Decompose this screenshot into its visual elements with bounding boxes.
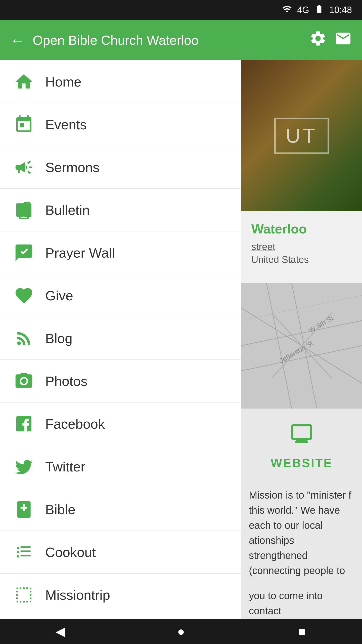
church-name: Waterloo: [251, 221, 352, 236]
home-label: Home: [45, 74, 81, 90]
sidebar-item-home[interactable]: Home: [0, 60, 241, 103]
sermons-label: Sermons: [45, 159, 100, 175]
missiontrip-label: Missiontrip: [45, 587, 110, 603]
sidebar-item-events[interactable]: Events: [0, 103, 241, 146]
home-icon: [13, 70, 35, 93]
country: United States: [251, 254, 352, 265]
sidebar-item-sermons[interactable]: Sermons: [0, 146, 241, 189]
nav-home-button[interactable]: ●: [171, 621, 191, 641]
prayer-wall-label: Prayer Wall: [45, 245, 115, 261]
logo-text: UT: [286, 125, 318, 147]
app-header: ← Open Bible Church Waterloo: [0, 20, 362, 60]
twitter-icon: [13, 455, 35, 478]
back-button[interactable]: ←: [10, 32, 25, 49]
svg-point-2: [17, 547, 19, 549]
status-bar: 4G 10:48: [0, 0, 362, 20]
battery-icon: [314, 4, 324, 16]
signal-icon: [282, 4, 292, 16]
monitor-icon: [289, 421, 314, 451]
sidebar-item-photos[interactable]: Photos: [0, 360, 241, 403]
logo-box: UT: [274, 118, 329, 154]
hero-image: UT: [241, 60, 362, 211]
book-open-icon: [13, 199, 35, 221]
sidebar-item-bulletin[interactable]: Bulletin: [0, 189, 241, 231]
rss-icon: [13, 327, 35, 350]
photos-label: Photos: [45, 373, 87, 389]
blog-label: Blog: [45, 331, 72, 346]
facebook-icon: [13, 413, 35, 435]
church-description-2: you to come into contact: [241, 583, 362, 619]
svg-line-8: [266, 283, 292, 409]
sidebar-item-blog[interactable]: Blog: [0, 317, 241, 360]
sidebar-item-cookout[interactable]: Cookout: [0, 531, 241, 574]
nav-back-button[interactable]: ◀: [50, 621, 70, 641]
list-bullet-icon: [13, 541, 35, 564]
content-area: UT Waterloo street United States: [241, 60, 362, 619]
church-info: Waterloo street United States: [241, 211, 362, 283]
svg-line-9: [241, 295, 362, 320]
cookout-label: Cookout: [45, 544, 96, 560]
nav-recent-button[interactable]: ■: [292, 621, 312, 641]
events-label: Events: [45, 117, 87, 132]
bible-label: Bible: [45, 502, 75, 517]
bible-icon: [13, 498, 35, 521]
mail-button[interactable]: [334, 30, 352, 51]
sidebar-item-bible[interactable]: Bible: [0, 488, 241, 531]
give-label: Give: [45, 288, 73, 303]
sidebar-item-facebook[interactable]: Facebook: [0, 403, 241, 445]
prayer-icon: [13, 242, 35, 264]
facebook-label: Facebook: [45, 416, 105, 432]
megaphone-icon: [13, 156, 35, 179]
church-description: Mission is to "minister f this world." W…: [241, 482, 362, 583]
sidebar-item-missiontrip[interactable]: Missiontrip: [0, 574, 241, 616]
calendar-icon: [13, 113, 35, 136]
svg-point-4: [17, 555, 19, 557]
svg-point-3: [17, 551, 19, 553]
camera-icon: [13, 370, 35, 392]
time-display: 10:48: [329, 5, 352, 15]
sidebar-drawer: Home Events Sermons Bulletin: [0, 60, 241, 619]
sidebar-item-give[interactable]: Give: [0, 274, 241, 317]
website-label[interactable]: WEBSITE: [271, 456, 333, 470]
sidebar-item-twitter[interactable]: Twitter: [0, 445, 241, 488]
heart-icon: [13, 284, 35, 307]
bottom-nav-bar: ◀ ● ■: [0, 619, 362, 644]
website-section: WEBSITE: [241, 409, 362, 482]
bulletin-label: Bulletin: [45, 202, 90, 218]
map-area: W 8th St Jefferson St: [241, 283, 362, 409]
svg-rect-0: [16, 203, 24, 217]
list-lines-icon: [13, 584, 35, 606]
sidebar-item-prayer-wall[interactable]: Prayer Wall: [0, 231, 241, 274]
svg-rect-1: [24, 203, 31, 217]
main-container: Home Events Sermons Bulletin: [0, 60, 362, 619]
street-address[interactable]: street: [251, 242, 352, 252]
app-title: Open Bible Church Waterloo: [33, 33, 302, 48]
twitter-label: Twitter: [45, 459, 85, 474]
settings-button[interactable]: [309, 30, 327, 51]
signal-type: 4G: [297, 5, 309, 15]
